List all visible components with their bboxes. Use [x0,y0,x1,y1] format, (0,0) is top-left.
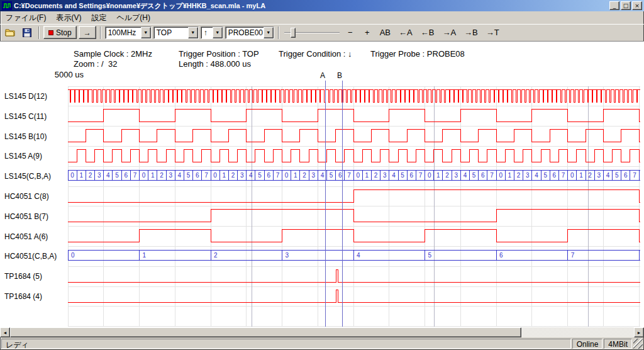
menu-file[interactable]: ファイル(F) [1,11,51,25]
bus-value: 1 [294,172,297,179]
menu-view[interactable]: 表示(V) [51,11,86,25]
bus-value: 0 [570,172,574,179]
close-button[interactable]: × [632,1,642,10]
channel-label: TP1684 (5) [4,272,42,281]
probe-value: PROBE00 [226,27,264,38]
ab-cursor-button[interactable]: AB [377,26,394,39]
slider-thumb[interactable] [291,28,296,38]
channel-label: LS145 A(9) [4,152,42,161]
scroll-left-button[interactable]: ◄ [0,327,10,337]
bus-value: 0 [285,172,289,179]
bus-value: 1 [143,252,147,259]
bus-value: 7 [133,172,137,179]
toolbar-separator [100,26,101,39]
dropdown-arrow-icon[interactable]: ▼ [213,27,223,38]
zoom-in-button[interactable]: + [360,26,375,39]
bus-value: 4 [321,172,325,179]
scroll-right-button[interactable]: ► [634,327,644,337]
stop-label: Stop [56,28,72,37]
waveform-pulse-trace [68,290,640,302]
bus-value: 3 [311,172,315,179]
bus-value: 3 [97,172,101,179]
trigger-position-select[interactable]: TOP ▼ [153,26,199,39]
trigger-edge-value: ↑ [201,27,213,38]
bus-value: 3 [597,172,601,179]
bus-value: 2 [89,172,92,179]
stop-button[interactable]: Stop [43,26,77,39]
trigger-edge-select[interactable]: ↑ ▼ [201,26,223,39]
bus-value: 4 [606,172,610,179]
trigger-position-value: TOP [154,27,188,38]
bus-value: 2 [374,172,378,179]
bus-value: 1 [436,172,440,179]
bus-value: 7 [562,172,565,179]
bus-value: 6 [124,172,128,179]
bus-value: 7 [204,172,208,179]
bus-value: 7 [571,252,575,259]
run-button[interactable]: → [79,26,96,39]
stop-icon [48,30,53,35]
goto-a-forward-button[interactable]: →A [439,26,459,39]
bus-value: 2 [160,172,164,179]
bus-value: 6 [481,172,485,179]
dropdown-arrow-icon[interactable]: ▼ [141,27,151,38]
resize-grip[interactable] [633,339,643,349]
bus-value: 2 [231,172,235,179]
bus-value: 4 [249,172,253,179]
dropdown-arrow-icon[interactable]: ▼ [264,27,274,38]
bus-value: 5 [472,172,476,179]
waveform-area[interactable]: 5000 usLS145 D(12)LS145 C(11)LS145 B(10)… [0,42,644,327]
titlebar: C:¥Documents and Settings¥noname¥デスクトップ¥… [0,0,644,11]
client-area: Sample Clock : 2MHz Trigger Position : T… [0,42,644,327]
menu-settings[interactable]: 設定 [86,11,111,25]
bus-value: 0 [356,172,360,179]
run-arrow-icon: → [84,28,91,37]
channel-label: HC4051 C(8) [4,192,49,201]
probe-select[interactable]: PROBE00 ▼ [225,26,274,39]
bus-value: 7 [490,172,494,179]
open-button[interactable] [3,26,18,40]
menu-help[interactable]: ヘルプ(H) [111,11,155,25]
bus-value: 0 [499,172,502,179]
toolbar-separator [278,26,279,39]
bus-value: 2 [214,252,218,259]
statusbar: レディ Online 4MBit [0,337,644,350]
open-folder-icon [5,28,15,37]
goto-trigger-button[interactable]: →T [483,26,502,39]
status-message: レディ [1,339,571,349]
bus-value: 6 [267,172,270,179]
bus-value: 4 [392,172,396,179]
menubar: ファイル(F) 表示(V) 設定 ヘルプ(H) [0,11,644,24]
bus-value: 1 [365,172,369,179]
scrollbar-track[interactable] [10,327,634,337]
dropdown-arrow-icon[interactable]: ▼ [188,27,198,38]
goto-b-forward-button[interactable]: →B [461,26,481,39]
bus-value: 2 [588,172,592,179]
bus-value: 5 [401,172,404,179]
status-online: Online [572,339,603,349]
window-title: C:¥Documents and Settings¥noname¥デスクトップ¥… [14,1,609,11]
channel-label: LS145 D(12) [4,92,47,101]
channel-label: LS145(C,B,A) [4,172,51,181]
bus-value: 4 [178,172,182,179]
window-controls: _ □ × [609,1,642,10]
channel-label: LS145 B(10) [4,132,47,141]
bus-value: 4 [106,172,110,179]
horizontal-scrollbar[interactable]: ◄ ► [0,327,644,337]
zoom-slider[interactable] [283,26,341,39]
sample-rate-select[interactable]: 100MHz ▼ [105,26,152,39]
minimize-button[interactable]: _ [609,1,619,10]
maximize-button[interactable]: □ [621,1,631,10]
toolbar: Stop → 100MHz ▼ TOP ▼ ↑ ▼ PROBE00 ▼ − + … [0,24,644,42]
goto-b-backward-button[interactable]: ←B [418,26,438,39]
bus-value: 6 [338,172,342,179]
zoom-out-button[interactable]: − [343,26,358,39]
bus-value: 4 [535,172,538,179]
save-button[interactable] [19,26,35,40]
bus-value: 5 [330,172,333,179]
scrollbar-thumb[interactable] [10,327,521,337]
bus-value: 5 [187,172,191,179]
bus-value: 6 [196,172,199,179]
goto-a-backward-button[interactable]: ←A [396,26,416,39]
cursor-label-a: A [320,71,325,80]
